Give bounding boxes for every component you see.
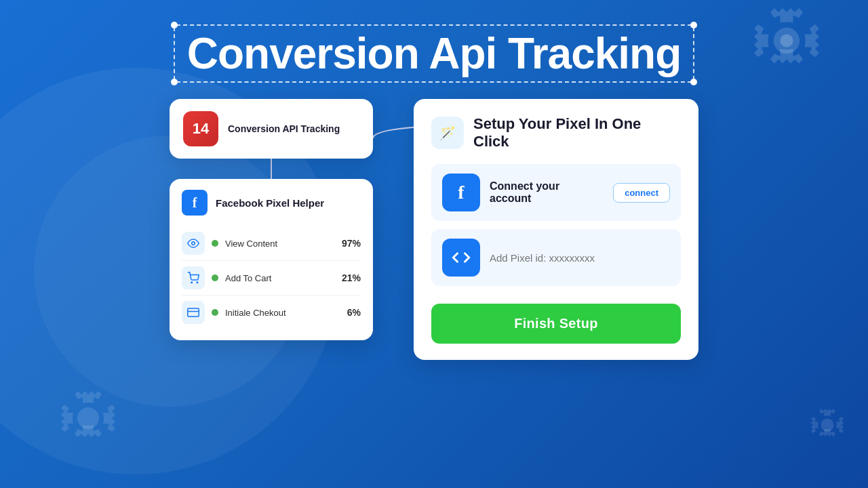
svg-point-3 xyxy=(821,418,833,431)
facebook-letter-large: f xyxy=(458,182,464,203)
svg-point-6 xyxy=(197,282,198,283)
connect-button[interactable]: connect xyxy=(613,183,670,203)
setup-pixel-card: 🪄 Setup Your Pixel In One Click f Connec… xyxy=(414,99,698,360)
dashed-left xyxy=(174,27,175,80)
finish-setup-button[interactable]: Finish Setup xyxy=(431,304,681,344)
credit-card-icon xyxy=(187,306,199,319)
helper-card-header: f Facebook Pixel Helper xyxy=(182,190,361,216)
metric-pct-checkout: 6% xyxy=(347,307,361,318)
metric-pct-view: 97% xyxy=(342,238,361,249)
dashed-bottom xyxy=(176,81,692,83)
badge-number: 14 xyxy=(183,111,218,146)
conversion-api-title: Conversion API Tracking xyxy=(228,123,340,134)
dashed-top xyxy=(176,24,692,26)
metric-dot-checkout xyxy=(212,309,218,316)
card-icon-wrap xyxy=(182,301,205,324)
gear-decor-bottom-right xyxy=(807,405,848,454)
metric-label-view: View Content xyxy=(225,239,335,249)
eye-icon xyxy=(187,237,199,249)
facebook-icon-large: f xyxy=(442,174,480,211)
magic-icon-wrap: 🪄 xyxy=(431,117,464,149)
helper-card-title: Facebook Pixel Helper xyxy=(216,197,324,209)
setup-card-header: 🪄 Setup Your Pixel In One Click xyxy=(431,115,681,150)
cart-icon xyxy=(187,272,199,284)
svg-point-2 xyxy=(77,407,99,429)
metric-dot-cart xyxy=(212,274,218,281)
svg-point-5 xyxy=(191,282,193,283)
header: Conversion Api Tracking xyxy=(0,0,868,85)
connect-account-row: f Connect your account connect xyxy=(431,164,681,221)
header-title-wrapper: Conversion Api Tracking xyxy=(171,22,698,85)
svg-point-4 xyxy=(192,242,195,245)
code-icon xyxy=(452,248,471,267)
svg-rect-7 xyxy=(188,308,199,317)
pixel-id-input[interactable] xyxy=(490,252,670,264)
gear-decor-bottom-left xyxy=(54,384,122,468)
svg-text:🪄: 🪄 xyxy=(439,125,456,141)
metric-row-checkout: Initiale Chekout 6% xyxy=(182,296,361,329)
pixel-id-row xyxy=(431,229,681,286)
metric-pct-cart: 21% xyxy=(342,272,361,283)
conversion-api-card: 14 Conversion API Tracking xyxy=(170,99,373,159)
facebook-letter: f xyxy=(193,195,197,211)
connect-account-label: Connect your account xyxy=(490,180,604,205)
setup-card-title: Setup Your Pixel In One Click xyxy=(473,115,681,150)
left-column: 14 Conversion API Tracking f Facebook Pi… xyxy=(170,99,373,340)
metric-label-checkout: Initiale Chekout xyxy=(225,308,340,318)
magic-wand-icon: 🪄 xyxy=(438,123,457,142)
code-icon-wrap xyxy=(442,239,480,277)
facebook-icon-small: f xyxy=(182,190,208,216)
vertical-connector xyxy=(271,159,272,179)
dashed-right xyxy=(693,27,694,80)
metric-row-add-to-cart: Add To Cart 21% xyxy=(182,261,361,296)
metric-label-cart: Add To Cart xyxy=(225,273,335,283)
facebook-pixel-helper-card: f Facebook Pixel Helper View Content 97% xyxy=(170,179,373,340)
metric-row-view-content: View Content 97% xyxy=(182,226,361,261)
page-title: Conversion Api Tracking xyxy=(187,28,682,79)
cart-icon-wrap xyxy=(182,266,205,289)
metric-dot-view xyxy=(212,240,218,247)
eye-icon-wrap xyxy=(182,232,205,255)
